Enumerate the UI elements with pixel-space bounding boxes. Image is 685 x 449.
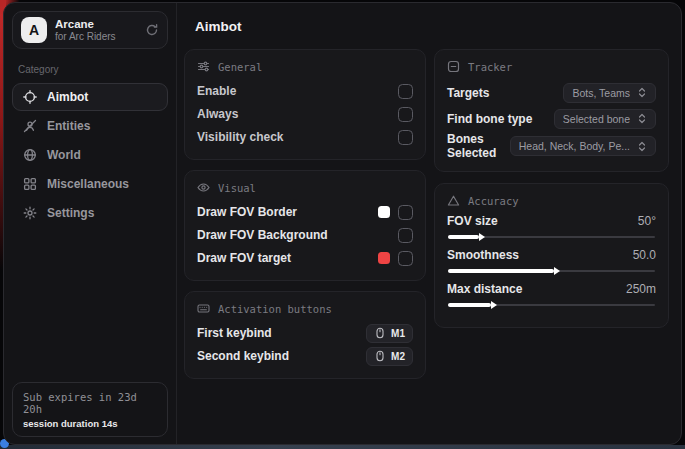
find-bone-type-dropdown[interactable]: Selected bone	[554, 109, 656, 129]
sidebar-item-label: Aimbot	[47, 90, 88, 104]
dropdown-value: Selected bone	[563, 113, 630, 125]
setting-label: Draw FOV Background	[197, 228, 328, 242]
chevrons-up-down-icon	[637, 87, 647, 98]
draw-fov-border-checkbox[interactable]	[398, 205, 413, 220]
eye-icon	[197, 181, 210, 194]
setting-label: Draw FOV target	[197, 251, 291, 265]
max-distance-value: 250m	[626, 282, 656, 296]
dropdown-value: Head, Neck, Body, Pe...	[519, 140, 630, 152]
session-duration: session duration 14s	[23, 418, 157, 429]
brand-name: Arcane	[55, 18, 116, 31]
setting-row-fov-size: FOV size 50°	[447, 214, 656, 242]
bones-selected-dropdown[interactable]: Head, Neck, Body, Pe...	[510, 136, 656, 156]
category-label: Category	[18, 64, 162, 75]
dropdown-value: Bots, Teams	[572, 87, 630, 99]
setting-label: Bones Selected	[447, 132, 510, 160]
slider-fill	[448, 303, 491, 307]
panel-title: Activation buttons	[218, 303, 332, 315]
setting-row-always: Always	[197, 103, 413, 125]
panel-general-header: General	[197, 60, 413, 73]
fov-size-slider[interactable]	[448, 232, 655, 242]
sidebar-item-label: Settings	[47, 206, 94, 220]
keybind-value: M1	[391, 328, 405, 339]
brand-text: Arcane for Arc Riders	[55, 18, 116, 43]
mouse-icon	[374, 350, 386, 362]
second-keybind-button[interactable]: M2	[366, 347, 413, 366]
setting-label: Always	[197, 107, 238, 121]
background-bottom-strip	[0, 445, 685, 449]
sidebar-item-aimbot[interactable]: Aimbot	[12, 83, 168, 111]
fov-size-value: 50°	[638, 214, 656, 228]
setting-controls	[378, 205, 413, 220]
sidebar-item-label: World	[47, 148, 81, 162]
app-window: A Arcane for Arc Riders Category Aimbot	[3, 2, 682, 445]
brand-subtitle: for Arc Riders	[55, 31, 116, 43]
setting-label: Smoothness	[447, 248, 519, 262]
sidebar-item-label: Entities	[47, 119, 90, 133]
setting-label: Find bone type	[447, 112, 532, 126]
panel-accuracy: Accuracy FOV size 50°	[434, 183, 669, 328]
smoothness-value: 50.0	[633, 248, 656, 262]
brand-card: A Arcane for Arc Riders	[12, 11, 168, 49]
setting-row-first-keybind: First keybind M1	[197, 322, 413, 344]
sidebar-item-settings[interactable]: Settings	[12, 199, 168, 227]
panel-visual-header: Visual	[197, 181, 413, 194]
setting-label: FOV size	[447, 214, 498, 228]
crosshair-icon	[23, 90, 37, 104]
chevrons-up-down-icon	[637, 113, 647, 124]
setting-row-find-bone-type: Find bone type Selected bone	[447, 106, 656, 131]
always-checkbox[interactable]	[398, 107, 413, 122]
panel-general: General Enable Always Visibility check	[184, 49, 426, 160]
scan-icon	[447, 60, 460, 73]
draw-fov-target-checkbox[interactable]	[398, 251, 413, 266]
targets-dropdown[interactable]: Bots, Teams	[563, 83, 656, 103]
gear-icon	[23, 206, 37, 220]
setting-row-smoothness: Smoothness 50.0	[447, 248, 656, 276]
setting-label: Visibility check	[197, 130, 284, 144]
panel-activation-buttons: Activation buttons First keybind M1	[184, 291, 426, 379]
visibility-check-checkbox[interactable]	[398, 130, 413, 145]
setting-label: Enable	[197, 84, 236, 98]
refresh-icon[interactable]	[145, 23, 159, 37]
first-keybind-button[interactable]: M1	[366, 324, 413, 343]
panel-title: Accuracy	[468, 195, 519, 207]
mouse-icon	[374, 327, 386, 339]
setting-controls	[378, 251, 413, 266]
enable-checkbox[interactable]	[398, 84, 413, 99]
sidebar-item-entities[interactable]: Entities	[12, 112, 168, 140]
panel-title: General	[218, 61, 262, 73]
panel-accuracy-header: Accuracy	[447, 194, 656, 207]
color-swatch-red[interactable]	[378, 252, 390, 264]
smoothness-slider[interactable]	[448, 266, 655, 276]
setting-row-second-keybind: Second keybind M2	[197, 345, 413, 367]
setting-label: Max distance	[447, 282, 522, 296]
sidebar-item-miscellaneous[interactable]: Miscellaneous	[12, 170, 168, 198]
panel-title: Visual	[218, 182, 256, 194]
sidebar-item-world[interactable]: World	[12, 141, 168, 169]
panel-title: Tracker	[468, 61, 512, 73]
setting-row-targets: Targets Bots, Teams	[447, 80, 656, 105]
draw-fov-background-checkbox[interactable]	[398, 228, 413, 243]
setting-label: Second keybind	[197, 349, 289, 363]
keyboard-icon	[197, 302, 210, 315]
page-title: Aimbot	[195, 19, 669, 34]
panel-tracker: Tracker Targets Bots, Teams	[434, 49, 669, 172]
chevrons-up-down-icon	[637, 141, 647, 152]
panel-visual: Visual Draw FOV Border Draw FOV Backgrou…	[184, 170, 426, 281]
setting-row-bones-selected: Bones Selected Head, Neck, Body, Pe...	[447, 132, 656, 160]
subscription-expires: Sub expires in 23d 20h	[23, 391, 157, 415]
globe-icon	[23, 148, 37, 162]
setting-row-max-distance: Max distance 250m	[447, 282, 656, 310]
setting-row-draw-fov-border: Draw FOV Border	[197, 201, 413, 223]
grid-icon	[23, 177, 37, 191]
triangle-icon	[447, 194, 460, 207]
setting-label: Draw FOV Border	[197, 205, 297, 219]
color-swatch-white[interactable]	[378, 206, 390, 218]
setting-row-visibility-check: Visibility check	[197, 126, 413, 148]
setting-label: First keybind	[197, 326, 272, 340]
sliders-icon	[197, 60, 210, 73]
brand-logo: A	[21, 17, 47, 43]
setting-row-enable: Enable	[197, 80, 413, 102]
max-distance-slider[interactable]	[448, 300, 655, 310]
slider-fill	[448, 235, 479, 239]
